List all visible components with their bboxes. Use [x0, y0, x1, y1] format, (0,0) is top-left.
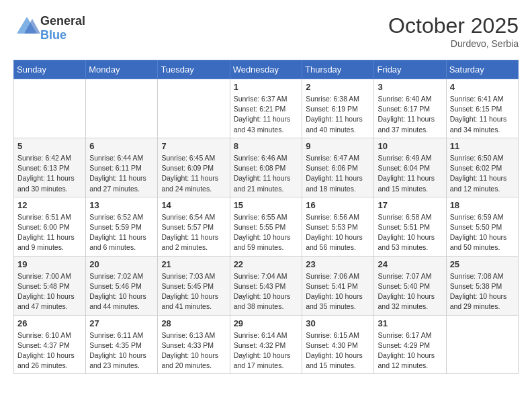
- day-info: Sunrise: 7:00 AM Sunset: 5:48 PM Dayligh…: [17, 271, 82, 312]
- calendar-cell: 8Sunrise: 6:46 AM Sunset: 6:08 PM Daylig…: [230, 138, 302, 197]
- day-number: 28: [161, 318, 226, 328]
- calendar-cell: 20Sunrise: 7:02 AM Sunset: 5:46 PM Dayli…: [86, 256, 158, 315]
- day-number: 23: [306, 259, 370, 269]
- calendar-cell: 27Sunrise: 6:11 AM Sunset: 4:35 PM Dayli…: [86, 315, 158, 374]
- day-number: 31: [378, 318, 442, 328]
- day-info: Sunrise: 7:08 AM Sunset: 5:38 PM Dayligh…: [450, 271, 515, 312]
- day-info: Sunrise: 6:11 AM Sunset: 4:35 PM Dayligh…: [89, 330, 154, 371]
- day-info: Sunrise: 6:38 AM Sunset: 6:19 PM Dayligh…: [306, 94, 370, 135]
- logo-image: [13, 13, 40, 43]
- calendar-cell: 23Sunrise: 7:06 AM Sunset: 5:41 PM Dayli…: [302, 256, 374, 315]
- weekday-header-monday: Monday: [86, 60, 158, 79]
- month-title: October 2025: [388, 13, 519, 38]
- day-number: 7: [161, 141, 226, 151]
- calendar-cell: 25Sunrise: 7:08 AM Sunset: 5:38 PM Dayli…: [446, 256, 518, 315]
- day-info: Sunrise: 6:54 AM Sunset: 5:57 PM Dayligh…: [161, 212, 226, 253]
- calendar-cell: 7Sunrise: 6:45 AM Sunset: 6:09 PM Daylig…: [158, 138, 230, 197]
- calendar-cell: [14, 79, 86, 138]
- day-info: Sunrise: 6:47 AM Sunset: 6:06 PM Dayligh…: [306, 153, 370, 194]
- logo-text: General Blue: [40, 14, 85, 42]
- day-info: Sunrise: 6:37 AM Sunset: 6:21 PM Dayligh…: [234, 94, 299, 135]
- weekday-header-sunday: Sunday: [14, 60, 86, 79]
- calendar-cell: 30Sunrise: 6:15 AM Sunset: 4:30 PM Dayli…: [302, 315, 374, 374]
- day-number: 20: [89, 259, 154, 269]
- day-number: 16: [306, 200, 370, 210]
- logo-blue: Blue: [40, 28, 66, 42]
- day-info: Sunrise: 6:41 AM Sunset: 6:15 PM Dayligh…: [450, 94, 515, 135]
- day-info: Sunrise: 7:07 AM Sunset: 5:40 PM Dayligh…: [378, 271, 442, 312]
- calendar-cell: [158, 79, 230, 138]
- day-number: 30: [306, 318, 370, 328]
- day-info: Sunrise: 6:49 AM Sunset: 6:04 PM Dayligh…: [378, 153, 442, 194]
- title-block: October 2025 Durdevo, Serbia: [388, 13, 519, 49]
- day-info: Sunrise: 6:44 AM Sunset: 6:11 PM Dayligh…: [89, 153, 154, 194]
- calendar-cell: 12Sunrise: 6:51 AM Sunset: 6:00 PM Dayli…: [14, 197, 86, 256]
- day-info: Sunrise: 7:02 AM Sunset: 5:46 PM Dayligh…: [89, 271, 154, 312]
- day-number: 4: [450, 82, 515, 92]
- calendar-cell: 19Sunrise: 7:00 AM Sunset: 5:48 PM Dayli…: [14, 256, 86, 315]
- day-number: 8: [234, 141, 299, 151]
- day-number: 15: [234, 200, 299, 210]
- day-info: Sunrise: 7:04 AM Sunset: 5:43 PM Dayligh…: [234, 271, 299, 312]
- day-number: 22: [234, 259, 299, 269]
- day-info: Sunrise: 6:15 AM Sunset: 4:30 PM Dayligh…: [306, 330, 370, 371]
- calendar-cell: 31Sunrise: 6:17 AM Sunset: 4:29 PM Dayli…: [374, 315, 446, 374]
- day-number: 14: [161, 200, 226, 210]
- calendar-cell: 10Sunrise: 6:49 AM Sunset: 6:04 PM Dayli…: [374, 138, 446, 197]
- logo: General Blue: [13, 13, 85, 43]
- day-info: Sunrise: 6:46 AM Sunset: 6:08 PM Dayligh…: [234, 153, 299, 194]
- calendar-cell: 4Sunrise: 6:41 AM Sunset: 6:15 PM Daylig…: [446, 79, 518, 138]
- calendar-week-4: 19Sunrise: 7:00 AM Sunset: 5:48 PM Dayli…: [14, 256, 519, 315]
- day-number: 24: [378, 259, 442, 269]
- calendar-cell: 21Sunrise: 7:03 AM Sunset: 5:45 PM Dayli…: [158, 256, 230, 315]
- day-info: Sunrise: 6:50 AM Sunset: 6:02 PM Dayligh…: [450, 153, 515, 194]
- weekday-header-saturday: Saturday: [446, 60, 518, 79]
- day-number: 18: [450, 200, 515, 210]
- day-info: Sunrise: 6:55 AM Sunset: 5:55 PM Dayligh…: [234, 212, 299, 253]
- weekday-header-wednesday: Wednesday: [230, 60, 302, 79]
- calendar-cell: [446, 315, 518, 374]
- day-number: 2: [306, 82, 370, 92]
- day-info: Sunrise: 6:17 AM Sunset: 4:29 PM Dayligh…: [378, 330, 442, 371]
- calendar-cell: 5Sunrise: 6:42 AM Sunset: 6:13 PM Daylig…: [14, 138, 86, 197]
- day-number: 25: [450, 259, 515, 269]
- calendar-cell: 11Sunrise: 6:50 AM Sunset: 6:02 PM Dayli…: [446, 138, 518, 197]
- day-number: 21: [161, 259, 226, 269]
- day-info: Sunrise: 6:51 AM Sunset: 6:00 PM Dayligh…: [17, 212, 82, 253]
- day-number: 27: [89, 318, 154, 328]
- calendar-cell: 13Sunrise: 6:52 AM Sunset: 5:59 PM Dayli…: [86, 197, 158, 256]
- day-info: Sunrise: 6:56 AM Sunset: 5:53 PM Dayligh…: [306, 212, 370, 253]
- calendar-cell: 14Sunrise: 6:54 AM Sunset: 5:57 PM Dayli…: [158, 197, 230, 256]
- logo-general: General: [40, 14, 85, 28]
- calendar-week-2: 5Sunrise: 6:42 AM Sunset: 6:13 PM Daylig…: [14, 138, 519, 197]
- weekday-header-friday: Friday: [374, 60, 446, 79]
- day-info: Sunrise: 6:59 AM Sunset: 5:50 PM Dayligh…: [450, 212, 515, 253]
- calendar-cell: 1Sunrise: 6:37 AM Sunset: 6:21 PM Daylig…: [230, 79, 302, 138]
- day-info: Sunrise: 6:42 AM Sunset: 6:13 PM Dayligh…: [17, 153, 82, 194]
- calendar-cell: 28Sunrise: 6:13 AM Sunset: 4:33 PM Dayli…: [158, 315, 230, 374]
- day-number: 3: [378, 82, 442, 92]
- day-number: 19: [17, 259, 82, 269]
- day-number: 11: [450, 141, 515, 151]
- day-info: Sunrise: 6:13 AM Sunset: 4:33 PM Dayligh…: [161, 330, 226, 371]
- calendar-cell: 26Sunrise: 6:10 AM Sunset: 4:37 PM Dayli…: [14, 315, 86, 374]
- page-header: General Blue October 2025 Durdevo, Serbi…: [13, 13, 519, 49]
- calendar-cell: 18Sunrise: 6:59 AM Sunset: 5:50 PM Dayli…: [446, 197, 518, 256]
- day-number: 10: [378, 141, 442, 151]
- day-number: 9: [306, 141, 370, 151]
- day-info: Sunrise: 6:40 AM Sunset: 6:17 PM Dayligh…: [378, 94, 442, 135]
- calendar-cell: 9Sunrise: 6:47 AM Sunset: 6:06 PM Daylig…: [302, 138, 374, 197]
- day-number: 1: [234, 82, 299, 92]
- calendar-cell: 22Sunrise: 7:04 AM Sunset: 5:43 PM Dayli…: [230, 256, 302, 315]
- calendar-table: SundayMondayTuesdayWednesdayThursdayFrid…: [13, 60, 519, 374]
- day-info: Sunrise: 6:45 AM Sunset: 6:09 PM Dayligh…: [161, 153, 226, 194]
- day-info: Sunrise: 6:14 AM Sunset: 4:32 PM Dayligh…: [234, 330, 299, 371]
- calendar-cell: 16Sunrise: 6:56 AM Sunset: 5:53 PM Dayli…: [302, 197, 374, 256]
- day-number: 17: [378, 200, 442, 210]
- weekday-header-tuesday: Tuesday: [158, 60, 230, 79]
- calendar-week-5: 26Sunrise: 6:10 AM Sunset: 4:37 PM Dayli…: [14, 315, 519, 374]
- weekday-header-row: SundayMondayTuesdayWednesdayThursdayFrid…: [14, 60, 519, 79]
- day-info: Sunrise: 6:52 AM Sunset: 5:59 PM Dayligh…: [89, 212, 154, 253]
- calendar-cell: [86, 79, 158, 138]
- day-info: Sunrise: 7:03 AM Sunset: 5:45 PM Dayligh…: [161, 271, 226, 312]
